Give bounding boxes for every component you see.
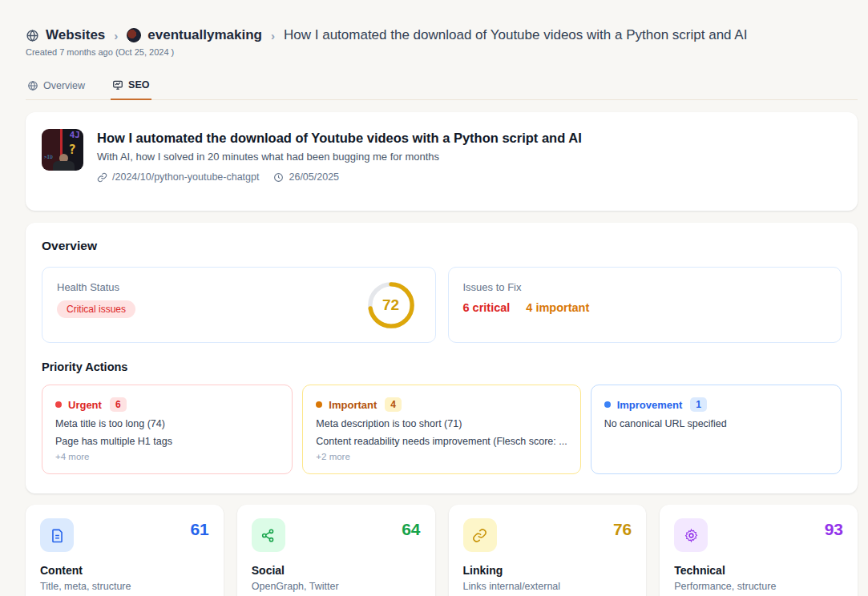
breadcrumb-page-title: How I automated the download of Youtube …: [284, 27, 747, 43]
page-summary-card: 4J ? >ID How I automated the download of…: [26, 112, 858, 211]
page-slug[interactable]: /2024/10/python-youtube-chatgpt: [97, 171, 259, 183]
tab-overview-label: Overview: [43, 80, 85, 91]
seo-report-page: Websites › eventuallymaking › How I auto…: [0, 0, 868, 596]
category-description: Title, meta, structure: [40, 581, 209, 592]
page-thumbnail: 4J ? >ID: [42, 129, 83, 171]
critical-issues-badge: Critical issues: [57, 300, 135, 318]
document-icon: [50, 528, 65, 543]
gear-icon: [684, 528, 699, 543]
link-icon: [472, 528, 487, 543]
breadcrumb-websites-label: Websites: [46, 27, 105, 43]
overview-heading: Overview: [42, 239, 842, 253]
tab-seo-label: SEO: [128, 79, 149, 91]
urgent-dot-icon: [55, 401, 62, 408]
category-description: OpenGraph, Twitter: [252, 581, 421, 592]
tab-overview[interactable]: Overview: [26, 74, 87, 99]
priority-item: Meta description is too short (71): [316, 418, 567, 429]
priority-item: No canonical URL specified: [604, 418, 828, 429]
breadcrumb-chevron: ›: [112, 29, 119, 42]
category-score: 61: [190, 520, 208, 539]
improvement-label: Improvement: [617, 399, 683, 411]
overview-section: Overview Health Status Critical issues 7…: [26, 223, 858, 493]
globe-icon: [26, 29, 39, 42]
tab-bar: Overview SEO: [26, 74, 858, 100]
category-score: 64: [402, 520, 420, 539]
share-icon: [260, 528, 276, 543]
link-icon: [97, 172, 107, 183]
category-score: 93: [825, 520, 843, 539]
breadcrumb-project-label: eventuallymaking: [147, 27, 262, 43]
category-name: Linking: [463, 564, 632, 577]
clock-icon: [273, 172, 284, 183]
health-score-ring: 72: [366, 280, 416, 330]
priority-item: Page has multiple H1 tags: [55, 436, 279, 447]
health-status-card: Health Status Critical issues 72: [42, 267, 436, 343]
improvement-count-badge: 1: [690, 397, 707, 412]
priority-item: Meta title is too long (74): [55, 418, 279, 429]
category-name: Content: [40, 564, 209, 577]
breadcrumb: Websites › eventuallymaking › How I auto…: [26, 27, 858, 43]
created-date-label: Created 7 months ago (Oct 25, 2024 ): [26, 47, 858, 57]
category-name: Social: [252, 564, 421, 577]
priority-actions-heading: Priority Actions: [42, 360, 842, 373]
improvement-dot-icon: [604, 401, 611, 408]
issues-to-fix-card: Issues to Fix 6 critical 4 important: [448, 267, 842, 343]
category-description: Performance, structure: [674, 581, 843, 592]
category-name: Technical: [674, 564, 843, 577]
category-card-content[interactable]: 61 Content Title, meta, structure: [26, 505, 224, 596]
category-card-linking[interactable]: 76 Linking Links internal/external: [449, 505, 647, 596]
important-dot-icon: [316, 401, 322, 408]
important-count-badge: 4: [385, 397, 402, 412]
page-subtitle: With AI, how I solved in 20 minutes what…: [97, 151, 582, 163]
breadcrumb-websites[interactable]: Websites: [26, 27, 105, 43]
page-title: How I automated the download of Youtube …: [97, 131, 582, 146]
critical-count: 6 critical: [463, 301, 511, 314]
priority-card-important: Important 4 Meta description is too shor…: [302, 385, 580, 474]
priority-item: Content readability needs improvement (F…: [316, 436, 567, 447]
health-score-value: 72: [366, 280, 416, 330]
project-avatar: [127, 28, 141, 42]
category-score: 76: [613, 520, 632, 539]
more-items-link[interactable]: +4 more: [55, 452, 279, 461]
tab-seo[interactable]: SEO: [111, 74, 151, 100]
important-count: 4 important: [526, 301, 589, 314]
breadcrumb-chevron: ›: [269, 29, 277, 42]
category-card-social[interactable]: 64 Social OpenGraph, Twitter: [237, 505, 435, 596]
issues-label: Issues to Fix: [463, 281, 827, 293]
category-scores: 61 Content Title, meta, structure 64 Soc…: [26, 505, 858, 596]
priority-card-urgent: Urgent 6 Meta title is too long (74) Pag…: [42, 385, 293, 474]
globe-icon: [27, 80, 38, 91]
category-description: Links internal/external: [463, 581, 632, 592]
important-label: Important: [329, 399, 377, 411]
seo-monitor-icon: [112, 79, 123, 91]
urgent-count-badge: 6: [110, 397, 127, 412]
page-date: 26/05/2025: [273, 171, 339, 183]
priority-card-improvement: Improvement 1 No canonical URL specified: [591, 385, 842, 474]
more-items-link[interactable]: +2 more: [316, 452, 567, 461]
urgent-label: Urgent: [68, 399, 102, 411]
category-card-technical[interactable]: 93 Technical Performance, structure: [660, 505, 858, 596]
breadcrumb-project[interactable]: eventuallymaking: [127, 27, 262, 43]
